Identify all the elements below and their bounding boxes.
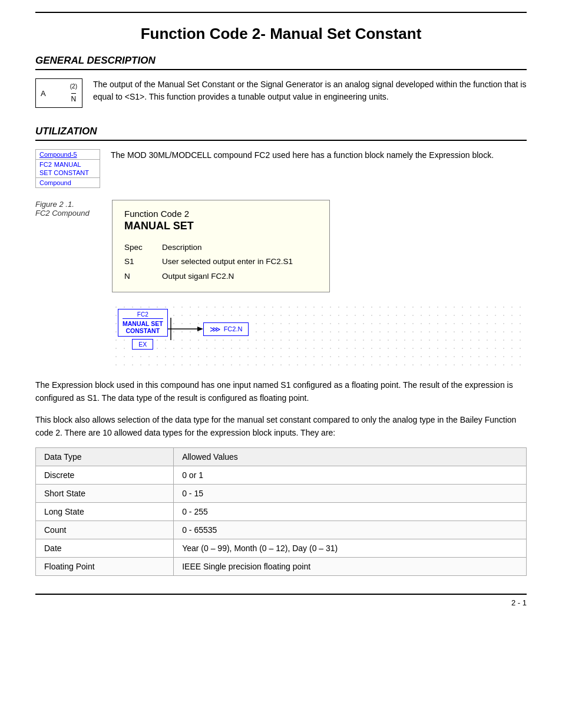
table-cell-type: Short State (36, 485, 174, 503)
fc2-block-line2: CONSTANT (123, 327, 163, 334)
utilization-content: Compound-5 FC2 MANUAL SET CONSTANT Compo… (35, 149, 527, 188)
fc2-block-line1: MANUAL SET (123, 320, 163, 327)
diagram-row: FC2 MANUAL SET CONSTANT EX (118, 309, 249, 350)
table-header-values: Allowed Values (174, 448, 527, 466)
table-cell-values: 0 or 1 (174, 466, 527, 485)
paragraph-1: The Expression block used in this compou… (35, 378, 527, 405)
utilization-section: UTILIZATION Compound-5 FC2 MANUAL SET CO… (35, 126, 527, 576)
general-description-heading: GENERAL DESCRIPTION (35, 55, 527, 70)
compound-header: Compound-5 (36, 150, 100, 160)
figure-caption-line1: Figure 2 .1. (35, 200, 94, 209)
table-row: Floating PointIEEE Single precision floa… (36, 558, 527, 576)
page-title: Function Code 2- Manual Set Constant (35, 25, 527, 43)
compound-fc2-label: FC2 (39, 161, 52, 168)
block-right: (2) N (70, 83, 77, 103)
table-cell-type: Date (36, 539, 174, 558)
fc2-panel-subtitle: MANUAL SET (124, 220, 318, 232)
block-superscript: (2) (70, 83, 77, 93)
fc2-col-spec-header: Spec (124, 241, 148, 255)
fc2-col-desc-header: Description (162, 241, 202, 255)
fc2-main-block: FC2 MANUAL SET CONSTANT (118, 309, 168, 337)
fc2-desc-n: Output siganl FC2.N (162, 269, 234, 284)
compound-manual-label: MANUAL (54, 161, 81, 168)
table-cell-values: 0 - 255 (174, 503, 527, 521)
table-row: Count0 - 65535 (36, 521, 527, 539)
fc2-panel: Function Code 2 MANUAL SET Spec Descript… (112, 200, 330, 292)
fc2-table-header-row: Spec Description (124, 241, 318, 255)
table-cell-type: Floating Point (36, 558, 174, 576)
block-diagram-area: FC2 MANUAL SET CONSTANT EX (112, 303, 527, 368)
fc2-spec-s1: S1 (124, 255, 148, 269)
fc2-block-ex: EX (132, 339, 153, 350)
figure-caption-line2: FC2 Compound (35, 209, 94, 218)
fc2-desc-s1: User selected output enter in FC2.S1 (162, 255, 293, 269)
page-number: 2 - 1 (35, 598, 527, 607)
fc2-spec-n: N (124, 269, 148, 284)
general-description-content: A (2) N The output of the Manual Set Con… (35, 78, 527, 108)
figure-area: Figure 2 .1. FC2 Compound Function Code … (35, 200, 527, 292)
fc2-block-wrapper: FC2 MANUAL SET CONSTANT EX (118, 309, 168, 350)
paragraph-2: This block also allows selection of the … (35, 413, 527, 440)
table-cell-values: Year (0 – 99), Month (0 – 12), Day (0 – … (174, 539, 527, 558)
fc2-table-row-n: N Output siganl FC2.N (124, 269, 318, 284)
arrow-svg (174, 325, 203, 332)
figure-caption: Figure 2 .1. FC2 Compound (35, 200, 94, 218)
function-block-diagram: A (2) N (35, 78, 82, 108)
block-label-a: A (41, 89, 46, 98)
connector-pipe (168, 318, 174, 340)
fc2-table-row-s1: S1 User selected output enter in FC2.S1 (124, 255, 318, 269)
table-cell-values: 0 - 15 (174, 485, 527, 503)
double-arrow-icon: ⋙ (210, 325, 220, 334)
connector-svg (168, 318, 174, 340)
top-divider (35, 12, 527, 13)
fc2-panel-title: Function Code 2 (124, 209, 318, 219)
data-types-table: Data Type Allowed Values Discrete0 or 1S… (35, 447, 527, 576)
compound-box: Compound-5 FC2 MANUAL SET CONSTANT Compo… (35, 149, 100, 188)
table-row: Discrete0 or 1 (36, 466, 527, 485)
svg-marker-3 (197, 327, 203, 331)
table-cell-type: Long State (36, 503, 174, 521)
table-row: DateYear (0 – 99), Month (0 – 12), Day (… (36, 539, 527, 558)
table-cell-type: Count (36, 521, 174, 539)
table-header-type: Data Type (36, 448, 174, 466)
utilization-description: The MOD 30ML/MODCELL compound FC2 used h… (111, 149, 494, 162)
arrow-connector (174, 325, 203, 332)
table-cell-type: Discrete (36, 466, 174, 485)
fc2n-label: FC2.N (224, 325, 243, 332)
table-row: Long State0 - 255 (36, 503, 527, 521)
fc2-block-title: FC2 (123, 311, 163, 319)
bottom-divider (35, 594, 527, 595)
table-cell-values: IEEE Single precision floating point (174, 558, 527, 576)
compound-fc2-row: FC2 MANUAL (36, 160, 100, 169)
fc2-spec-table: Spec Description S1 User selected output… (124, 241, 318, 284)
block-n: N (71, 93, 77, 103)
table-row: Short State0 - 15 (36, 485, 527, 503)
general-description-text: The output of the Manual Set Constant or… (93, 78, 527, 103)
utilization-heading: UTILIZATION (35, 126, 527, 141)
page: Function Code 2- Manual Set Constant GEN… (0, 0, 562, 728)
compound-footer: Compound (36, 177, 100, 187)
compound-set-constant: SET CONSTANT (36, 169, 100, 177)
table-cell-values: 0 - 65535 (174, 521, 527, 539)
fc2n-block: ⋙ FC2.N (203, 322, 249, 336)
